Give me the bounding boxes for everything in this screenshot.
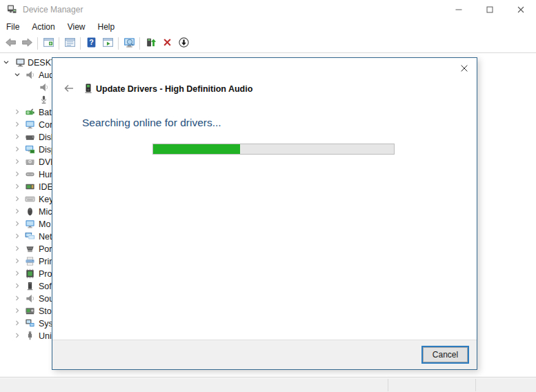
chevron-right-icon[interactable]	[12, 331, 22, 342]
menu-action[interactable]: Action	[26, 20, 61, 34]
chevron-right-icon[interactable]	[12, 182, 22, 193]
toolbar-help-button[interactable]: ?	[83, 36, 99, 51]
chevron-right-icon[interactable]	[12, 144, 22, 156]
speaker-icon	[39, 82, 49, 95]
console-tree-icon	[43, 37, 54, 51]
cancel-button[interactable]: Cancel	[421, 346, 469, 364]
close-button[interactable]	[505, 0, 536, 19]
tree-item-label: Sto	[39, 306, 52, 316]
toolbar-back-button[interactable]	[2, 36, 19, 51]
dialog-back-button[interactable]	[61, 83, 77, 95]
toolbar-console-tree-button[interactable]	[40, 36, 57, 51]
chevron-right-icon[interactable]	[12, 268, 22, 280]
chevron-right-icon[interactable]	[12, 157, 22, 168]
chevron-right-icon[interactable]	[12, 244, 22, 255]
chevron-right-icon[interactable]	[12, 132, 22, 144]
toolbar-separator	[59, 37, 59, 50]
device-manager-icon	[6, 4, 17, 15]
status-bar-separator	[475, 379, 476, 391]
monitor-icon	[25, 219, 35, 231]
disable-device-icon	[178, 37, 190, 51]
chevron-right-icon[interactable]	[12, 219, 22, 231]
chevron-right-icon[interactable]	[12, 119, 22, 131]
hid-gamepad-icon	[25, 169, 35, 182]
uninstall-icon	[161, 37, 173, 51]
forward-arrow-icon	[21, 37, 33, 51]
svg-text:?: ?	[89, 38, 93, 46]
microphone-icon	[39, 95, 49, 107]
menu-file[interactable]: File	[0, 20, 26, 34]
tree-item-label: Uni	[39, 331, 52, 341]
speaker-icon	[25, 293, 35, 306]
chevron-right-icon[interactable]	[12, 231, 22, 243]
network-adapter-icon	[25, 231, 35, 244]
menu-view[interactable]: View	[61, 20, 92, 34]
tree-item-label: Pro	[39, 269, 52, 279]
processor-icon	[25, 268, 35, 281]
window-title: Device Manager	[23, 5, 83, 14]
back-arrow-icon	[63, 83, 75, 96]
port-connector-icon	[25, 244, 35, 256]
tree-item-label: IDE	[39, 182, 53, 192]
dialog-close-button[interactable]	[456, 61, 473, 77]
help-icon: ?	[86, 37, 97, 51]
toolbar-disable-button[interactable]	[175, 36, 192, 51]
tree-item-label: Bat	[39, 108, 52, 117]
tree-item-label: Mo	[39, 219, 50, 229]
storage-controller-icon	[25, 306, 35, 318]
toolbar-separator	[37, 37, 38, 50]
usb-connector-icon	[25, 331, 35, 343]
maximize-button[interactable]	[474, 0, 505, 19]
chevron-down-icon[interactable]	[12, 70, 22, 81]
scan-hardware-icon	[123, 37, 135, 51]
tree-item-label: Net	[39, 232, 52, 242]
disk-drive-icon	[25, 132, 35, 144]
chevron-right-icon[interactable]	[12, 206, 22, 218]
toolbar-scan-hardware-button[interactable]	[121, 36, 137, 51]
software-device-icon	[25, 281, 35, 293]
chevron-right-icon[interactable]	[12, 306, 22, 317]
toolbar-action-pane-button[interactable]	[99, 36, 116, 51]
monitor-icon	[25, 119, 35, 132]
toolbar-update-driver-button[interactable]	[142, 36, 159, 51]
progress-bar	[152, 144, 395, 155]
menu-bar: File Action View Help	[0, 19, 536, 35]
tree-item-label: Por	[39, 244, 52, 254]
toolbar-properties-button[interactable]	[61, 36, 78, 51]
chevron-right-icon[interactable]	[12, 281, 22, 293]
update-driver-icon	[145, 37, 157, 51]
update-drivers-dialog: Update Drivers - High Definition Audio S…	[52, 57, 477, 370]
tree-item-label: Cor	[39, 120, 52, 130]
chevron-right-icon[interactable]	[12, 107, 22, 119]
dialog-footer: Cancel	[52, 340, 477, 369]
tree-item-label: Sys	[39, 319, 53, 329]
keyboard-icon	[25, 194, 35, 206]
display-adapter-icon	[25, 144, 35, 157]
title-bar: Device Manager	[0, 0, 536, 19]
toolbar-forward-button[interactable]	[19, 36, 35, 51]
toolbar-separator	[80, 37, 81, 50]
system-device-icon	[25, 318, 35, 331]
tree-item-label: Sof	[39, 282, 52, 291]
tree-item-label: Mic	[39, 207, 52, 217]
speaker-icon	[25, 70, 35, 82]
chevron-right-icon[interactable]	[12, 194, 22, 206]
toolbar-separator	[118, 37, 119, 50]
progress-bar-fill	[153, 144, 240, 154]
battery-icon	[25, 107, 35, 119]
chevron-down-icon[interactable]	[1, 57, 11, 69]
action-pane-icon	[102, 37, 114, 51]
chevron-right-icon[interactable]	[12, 169, 22, 181]
computer-icon	[15, 57, 26, 70]
menu-help[interactable]: Help	[92, 20, 121, 34]
properties-icon	[64, 37, 76, 51]
chevron-right-icon[interactable]	[12, 318, 22, 330]
toolbar-uninstall-button[interactable]	[159, 36, 175, 51]
chevron-right-icon[interactable]	[12, 256, 22, 268]
mouse-icon	[25, 206, 35, 219]
dialog-title: Update Drivers - High Definition Audio	[96, 84, 252, 94]
toolbar-separator	[139, 37, 140, 50]
toolbar: ?	[0, 35, 536, 52]
chevron-right-icon[interactable]	[12, 293, 22, 305]
minimize-button[interactable]	[443, 0, 474, 19]
